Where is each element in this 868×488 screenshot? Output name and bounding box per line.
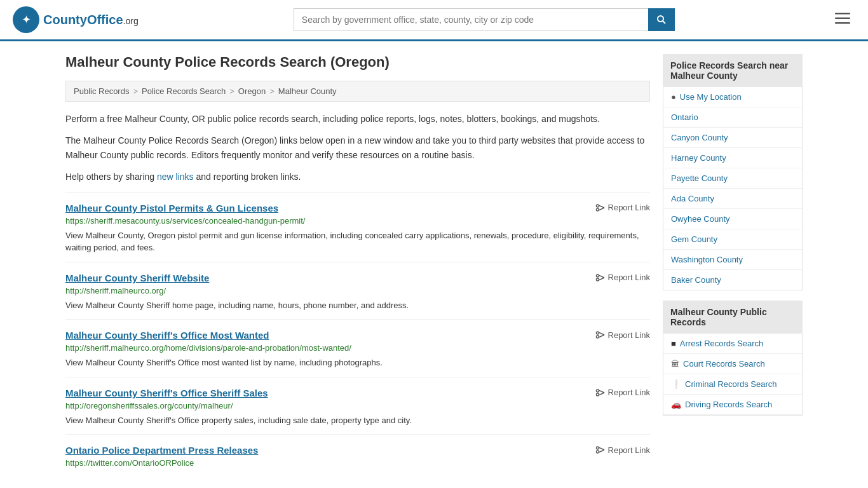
nearby-link-1[interactable]: Ontario bbox=[663, 107, 802, 127]
nearby-list: ●Use My LocationOntarioCanyon CountyHarn… bbox=[663, 87, 803, 290]
search-input[interactable] bbox=[294, 8, 648, 31]
nearby-link-0[interactable]: ●Use My Location bbox=[663, 87, 802, 107]
result-title-1[interactable]: Malheur County Sheriff Website bbox=[65, 273, 209, 283]
nearby-label-8: Washington County bbox=[671, 255, 743, 264]
result-header: Malheur County Sheriff Website Report Li… bbox=[65, 273, 650, 283]
svg-point-9 bbox=[596, 274, 599, 277]
new-links-link[interactable]: new links bbox=[157, 172, 194, 182]
svg-point-22 bbox=[596, 451, 599, 453]
nearby-link-2[interactable]: Canyon County bbox=[663, 128, 802, 147]
search-area bbox=[294, 8, 675, 31]
svg-rect-4 bbox=[835, 22, 850, 24]
description-2: The Malheur County Police Records Search… bbox=[65, 133, 650, 162]
nearby-label-3: Harney County bbox=[671, 153, 726, 163]
nearby-link-6[interactable]: Owyhee County bbox=[663, 209, 802, 229]
nearby-label-7: Gem County bbox=[671, 234, 717, 244]
result-item: Malheur County Sheriff's Office Sheriff … bbox=[65, 377, 650, 435]
scissors-icon bbox=[595, 330, 606, 340]
scissors-icon bbox=[595, 388, 606, 398]
logo-office: Office bbox=[87, 13, 123, 27]
result-title-0[interactable]: Malheur County Pistol Permits & Gun Lice… bbox=[65, 203, 278, 214]
result-desc-2: View Malheur County Sheriff's Office mos… bbox=[65, 356, 650, 369]
report-link-1[interactable]: Report Link bbox=[595, 273, 650, 283]
result-title-4[interactable]: Ontario Police Department Press Releases bbox=[65, 445, 258, 456]
result-header: Malheur County Sheriff's Office Most Wan… bbox=[65, 330, 650, 341]
description-3: Help others by sharing new links and rep… bbox=[65, 170, 650, 184]
location-icon: ● bbox=[671, 92, 676, 102]
breadcrumb-sep-3: > bbox=[269, 86, 275, 96]
report-link-label-4: Report Link bbox=[608, 445, 650, 455]
header: CountyOffice.org bbox=[0, 0, 868, 41]
report-link-label-1: Report Link bbox=[608, 273, 650, 282]
result-url-3: http://oregonsheriffssales.org/county/ma… bbox=[65, 401, 650, 410]
result-item: Ontario Police Department Press Releases… bbox=[65, 434, 650, 479]
nearby-label-0: Use My Location bbox=[680, 92, 742, 102]
content: Malheur County Police Records Search (Or… bbox=[65, 54, 650, 479]
nearby-item: Canyon County bbox=[663, 128, 802, 148]
result-item: Malheur County Sheriff's Office Most Wan… bbox=[65, 319, 650, 377]
svg-point-18 bbox=[596, 393, 599, 396]
svg-line-23 bbox=[599, 447, 604, 450]
breadcrumb-police-records[interactable]: Police Records Search bbox=[142, 86, 226, 96]
result-title-2[interactable]: Malheur County Sheriff's Office Most Wan… bbox=[65, 330, 269, 341]
nearby-item: Baker County bbox=[663, 270, 802, 290]
records-link-2[interactable]: Criminal Records Search bbox=[685, 379, 777, 389]
nearby-label-5: Ada County bbox=[671, 194, 714, 203]
result-desc-1: View Malheur County Sheriff home page, i… bbox=[65, 299, 650, 312]
nearby-item: Ontario bbox=[663, 107, 802, 128]
report-link-4[interactable]: Report Link bbox=[595, 445, 650, 455]
report-link-2[interactable]: Report Link bbox=[595, 330, 650, 340]
breadcrumb-public-records[interactable]: Public Records bbox=[74, 86, 129, 96]
report-link-label-0: Report Link bbox=[608, 203, 650, 212]
svg-point-14 bbox=[596, 336, 599, 338]
search-button[interactable] bbox=[648, 8, 675, 31]
records-icon-2: ❕ bbox=[671, 379, 681, 389]
result-item: Malheur County Sheriff Website Report Li… bbox=[65, 262, 650, 320]
result-url-0: https://sheriff.mesacounty.us/services/c… bbox=[65, 216, 650, 226]
result-title-3[interactable]: Malheur County Sheriff's Office Sheriff … bbox=[65, 388, 268, 398]
nearby-link-7[interactable]: Gem County bbox=[663, 229, 802, 249]
nearby-link-8[interactable]: Washington County bbox=[663, 250, 802, 269]
svg-point-17 bbox=[596, 390, 599, 392]
records-link-1[interactable]: Court Records Search bbox=[683, 359, 765, 369]
report-link-0[interactable]: Report Link bbox=[595, 203, 650, 213]
records-link-0[interactable]: Arrest Records Search bbox=[680, 339, 764, 348]
nearby-link-3[interactable]: Harney County bbox=[663, 148, 802, 168]
records-item: ❕ Criminal Records Search bbox=[663, 374, 802, 395]
svg-line-20 bbox=[599, 393, 604, 395]
logo-county: County bbox=[43, 13, 87, 27]
result-desc-0: View Malheur County, Oregon pistol permi… bbox=[65, 229, 650, 254]
nearby-item: ●Use My Location bbox=[663, 87, 802, 107]
nearby-title: Police Records Search near Malheur Count… bbox=[663, 54, 803, 87]
svg-point-0 bbox=[658, 16, 663, 22]
nearby-link-9[interactable]: Baker County bbox=[663, 270, 802, 290]
nearby-link-5[interactable]: Ada County bbox=[663, 189, 802, 208]
scissors-icon bbox=[595, 203, 606, 213]
svg-point-10 bbox=[596, 278, 599, 281]
svg-line-12 bbox=[599, 278, 604, 280]
nearby-item: Gem County bbox=[663, 229, 802, 250]
result-header: Malheur County Sheriff's Office Sheriff … bbox=[65, 388, 650, 398]
breadcrumb-sep-1: > bbox=[133, 86, 138, 96]
svg-line-15 bbox=[599, 332, 604, 335]
svg-line-1 bbox=[663, 21, 665, 24]
records-icon-0: ■ bbox=[671, 339, 676, 348]
records-title: Malheur County Public Records bbox=[663, 301, 803, 334]
main-container: Malheur County Police Records Search (Or… bbox=[53, 41, 815, 488]
svg-line-8 bbox=[599, 208, 604, 210]
report-link-3[interactable]: Report Link bbox=[595, 388, 650, 398]
menu-button[interactable] bbox=[830, 9, 855, 30]
breadcrumb-oregon[interactable]: Oregon bbox=[238, 86, 266, 96]
result-url-2: http://sheriff.malheurco.org/home/divisi… bbox=[65, 343, 650, 353]
records-item: ■ Arrest Records Search bbox=[663, 334, 802, 354]
nearby-link-4[interactable]: Payette County bbox=[663, 168, 802, 188]
records-link-3[interactable]: Driving Records Search bbox=[685, 400, 772, 409]
svg-point-5 bbox=[596, 205, 599, 207]
nearby-item: Washington County bbox=[663, 250, 802, 270]
nearby-label-2: Canyon County bbox=[671, 133, 728, 142]
nearby-item: Harney County bbox=[663, 148, 802, 168]
svg-rect-2 bbox=[835, 13, 850, 15]
svg-line-19 bbox=[599, 390, 604, 393]
nearby-item: Payette County bbox=[663, 168, 802, 189]
svg-line-16 bbox=[599, 335, 604, 337]
